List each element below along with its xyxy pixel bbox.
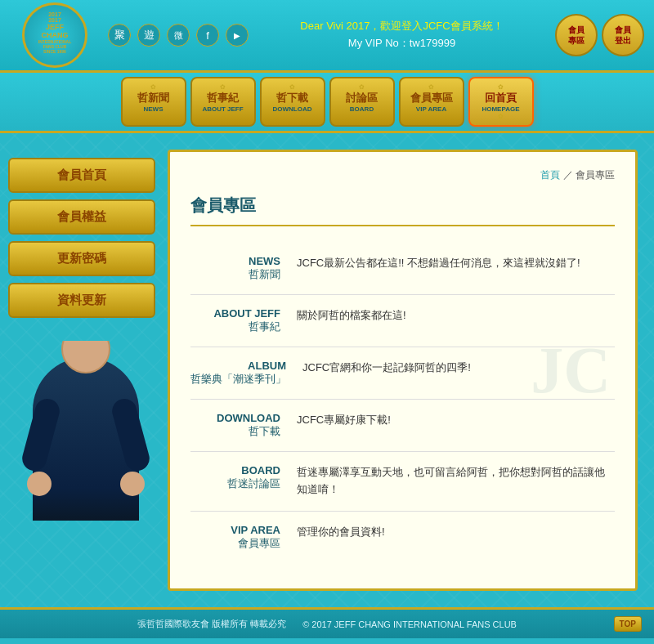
social-icons: 聚 遊 微 f ▶ [108,24,249,47]
section-vip-en: VIP AREA [190,524,280,536]
footer-right: © 2017 JEFF CHANG INTERNATIONAL FANS CLU… [302,619,517,629]
section-board-desc: 哲迷專屬澤享互動天地，也可留言給阿哲，把你想對阿哲的話讓他知道唷！ [297,464,615,499]
section-album-zh: 哲樂典「潮迷季刊」 [190,372,286,387]
social-icon-youtube[interactable]: ▶ [226,24,249,47]
page-title: 會員專區 [190,196,256,214]
section-news-label: NEWS 哲新聞 [190,255,280,282]
social-icon-you[interactable]: 遊 [137,24,160,47]
top-bar: 2017 JEFF CHANG INTERNATIONALFANS CLUB S… [0,0,654,73]
section-album-label: ALBUM 哲樂典「潮迷季刊」 [190,360,286,387]
social-icon-ju[interactable]: 聚 [108,24,131,47]
member-logout-button[interactable]: 會員 登出 [602,14,644,56]
content-panel: JC 首頁 ／ 會員專區 會員專區 NEWS 哲新聞 JCFC最新公告都在這!!… [168,150,638,591]
sidebar-item-update-profile[interactable]: 資料更新 [8,283,155,318]
nav-item-homepage[interactable]: ✿ 回首頁 HOMEPAGE ✿ [468,77,534,127]
footer-left: 張哲哲國際歌友會 版權所有 轉載必究 [137,618,286,630]
person-silhouette [20,341,151,521]
section-about-zh: 哲事紀 [190,320,280,334]
welcome-message: Dear Vivi 2017，歡迎登入JCFC會員系統！ [249,18,555,35]
top-button[interactable]: TOP [614,616,642,632]
section-vip: VIP AREA 會員專區 管理你的會員資料! [190,512,615,563]
section-board-zh: 哲迷討論區 [190,476,280,491]
section-download-desc: JCFC專屬好康下載! [297,412,615,429]
nav-bar: ✿ 哲新聞 NEWS ✿ 哲事紀 ABOUT JEFF ✿ 哲下載 DOWNLO… [0,73,654,133]
section-board-en: BOARD [190,464,280,476]
section-vip-label: VIP AREA 會員專區 [190,524,280,551]
section-download-label: DOWNLOAD 哲下載 [190,412,280,439]
main-wrapper: 會員首頁 會員權益 更新密碼 資料更新 JC 首頁 ／ [0,133,654,607]
sidebar: 會員首頁 會員權益 更新密碼 資料更新 [0,133,164,607]
section-news-desc: JCFC最新公告都在這!! 不想錯過任何消息，來這裡就沒錯了! [297,255,615,272]
section-album: ALBUM 哲樂典「潮迷季刊」 JCFC官網和你一起記錄阿哲的四季! [190,347,615,400]
section-download-en: DOWNLOAD [190,412,280,424]
top-center: Dear Vivi 2017，歡迎登入JCFC會員系統！ My VIP No：t… [249,18,555,52]
footer: 張哲哲國際歌友會 版權所有 轉載必究 © 2017 JEFF CHANG INT… [0,607,654,638]
page-title-section: 會員專區 [190,195,615,226]
section-about-desc: 關於阿哲的檔案都在這! [297,307,615,324]
member-buttons: 會員 專區 會員 登出 [555,14,644,56]
section-news-zh: 哲新聞 [190,267,280,282]
nav-item-news[interactable]: ✿ 哲新聞 NEWS [121,77,186,127]
section-download-zh: 哲下載 [190,424,280,439]
breadcrumb-separator: ／ [563,169,573,181]
section-about-label: ABOUT JEFF 哲事紀 [190,307,280,334]
logo-area: 2017 JEFF CHANG INTERNATIONALFANS CLUB S… [10,7,100,64]
breadcrumb-home[interactable]: 首頁 [540,169,560,181]
person-image [8,341,164,521]
nav-item-download[interactable]: ✿ 哲下載 DOWNLOAD [260,77,325,127]
site-logo: 2017 JEFF CHANG INTERNATIONALFANS CLUB S… [22,2,87,68]
section-about: ABOUT JEFF 哲事紀 關於阿哲的檔案都在這! [190,295,615,347]
nav-item-board[interactable]: ✿ 討論區 BOARD [329,77,395,127]
social-icon-weibo[interactable]: 微 [167,24,190,47]
section-about-en: ABOUT JEFF [190,307,280,320]
sidebar-item-member-home[interactable]: 會員首頁 [8,158,155,193]
section-vip-zh: 會員專區 [190,536,280,551]
sidebar-item-member-rights[interactable]: 會員權益 [8,199,155,235]
section-download: DOWNLOAD 哲下載 JCFC專屬好康下載! [190,400,615,452]
nav-item-about[interactable]: ✿ 哲事紀 ABOUT JEFF [190,77,256,127]
vip-number: My VIP No：tw179999 [249,35,555,52]
section-album-desc: JCFC官網和你一起記錄阿哲的四季! [302,360,615,377]
nav-item-vip[interactable]: ✿ 會員專區 VIP AREA [399,77,464,127]
section-news: NEWS 哲新聞 JCFC最新公告都在這!! 不想錯過任何消息，來這裡就沒錯了! [190,243,615,295]
member-area-button[interactable]: 會員 專區 [555,14,598,56]
breadcrumb-current: 會員專區 [576,169,615,181]
section-news-en: NEWS [190,255,280,267]
breadcrumb: 首頁 ／ 會員專區 [190,168,615,182]
section-board-label: BOARD 哲迷討論區 [190,464,280,491]
social-icon-facebook[interactable]: f [196,24,219,47]
section-vip-desc: 管理你的會員資料! [297,524,615,541]
section-board: BOARD 哲迷討論區 哲迷專屬澤享互動天地，也可留言給阿哲，把你想對阿哲的話讓… [190,452,615,512]
section-album-en: ALBUM [190,360,286,372]
sidebar-item-update-password[interactable]: 更新密碼 [8,241,155,276]
